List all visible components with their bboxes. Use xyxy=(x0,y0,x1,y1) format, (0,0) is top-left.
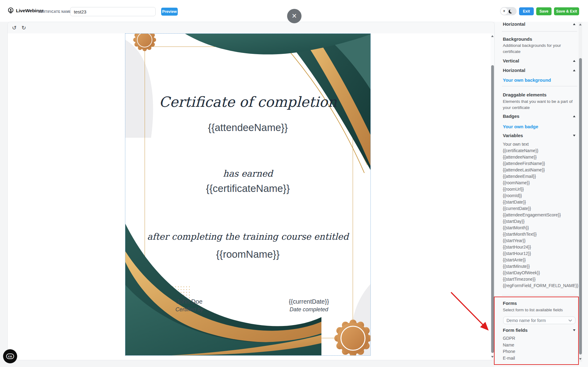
scroll-down-icon[interactable] xyxy=(491,356,494,358)
room-name-placeholder[interactable]: {{roomName}} xyxy=(125,249,370,260)
after-completing-text: after completing the training course ent… xyxy=(125,231,370,242)
variable-item[interactable]: {{startMonth}} xyxy=(503,225,576,231)
theme-toggle[interactable]: ☀ xyxy=(500,7,517,15)
certificate-title: Certificate of completion xyxy=(125,94,370,110)
certificate-preview[interactable]: Certificate of completion {{attendeeName… xyxy=(125,34,370,355)
draggable-elements-description: Elements that you want to be a part of y… xyxy=(503,99,576,110)
draggable-elements-title: Draggable elements xyxy=(503,92,547,97)
variable-item[interactable]: {{regFormField_FORM_FIELD_NAME}} xyxy=(503,283,576,289)
undo-icon[interactable]: ↺ xyxy=(12,25,17,31)
certificate-viewport: Certificate of completion {{attendeeName… xyxy=(8,33,494,360)
your-own-background-link[interactable]: Your own background xyxy=(503,77,551,83)
variable-item[interactable]: {{startTimezone}} xyxy=(503,276,576,283)
section-label: Variables xyxy=(503,133,523,138)
variable-item[interactable]: {{startMinute}} xyxy=(503,263,576,270)
expand-arrow-icon[interactable] xyxy=(573,135,575,137)
redo-icon[interactable]: ↻ xyxy=(21,25,26,31)
variable-item[interactable]: {{startDayOfWeek}} xyxy=(503,270,576,276)
date-completed-block: {{currentDate}} Date completed xyxy=(275,298,343,313)
attendee-name-placeholder[interactable]: {{attendeeName}} xyxy=(125,122,370,133)
sidebar-scrollbar[interactable] xyxy=(579,22,582,362)
variable-item[interactable]: {{currentDate}} xyxy=(503,205,576,212)
backgrounds-description: Additional backgrounds for your certific… xyxy=(503,43,576,54)
divider xyxy=(502,295,577,295)
section-horizontal[interactable]: Horizontal xyxy=(503,68,575,73)
current-date-placeholder[interactable]: {{currentDate}} xyxy=(275,298,343,305)
chat-widget-logo: co xyxy=(6,354,14,359)
section-badges[interactable]: Badges xyxy=(503,114,575,119)
collapse-arrow-icon[interactable] xyxy=(573,60,575,62)
section-variables[interactable]: Variables xyxy=(503,133,575,138)
divider xyxy=(502,86,577,86)
variable-item[interactable]: {{startAnte}} xyxy=(503,257,576,263)
section-label: Vertical xyxy=(503,58,519,63)
section-label: Horizontal xyxy=(503,21,525,27)
variable-item[interactable]: {{startHour24}} xyxy=(503,244,576,250)
light-mode-icon[interactable]: ☀ xyxy=(501,8,508,15)
sidebar-scrollbar-thumb[interactable] xyxy=(579,58,582,354)
variable-item[interactable]: {{startYear}} xyxy=(503,238,576,244)
backgrounds-header: Backgrounds xyxy=(503,36,575,42)
annotation-arrow xyxy=(447,289,493,335)
variable-item[interactable]: {{attendeeLastName}} xyxy=(503,167,576,173)
variable-item[interactable]: {{attendeeName}} xyxy=(503,154,576,160)
close-button[interactable]: × xyxy=(287,9,302,23)
scroll-up-icon[interactable] xyxy=(491,35,494,37)
gold-rosette-badge-top-left xyxy=(133,34,156,51)
editor-canvas-panel: ↺ ↻ xyxy=(7,22,495,360)
date-completed-label: Date completed xyxy=(275,306,343,313)
save-button[interactable]: Save xyxy=(536,7,552,15)
canvas-toolbar: ↺ ↻ xyxy=(8,22,494,33)
variables-list: Your own text{{certificateName}}{{attend… xyxy=(503,141,576,289)
close-icon: × xyxy=(292,12,297,20)
collapse-arrow-icon[interactable] xyxy=(573,23,575,25)
certificate-name-label: CERTIFICATE NAME xyxy=(38,10,71,13)
variable-item[interactable]: {{startDate}} xyxy=(503,199,576,205)
variable-item[interactable]: {{attendeeFirstName}} xyxy=(503,160,576,167)
certificate-name-placeholder[interactable]: {{certificateName}} xyxy=(125,183,370,194)
variable-item[interactable]: {{attendeeEmail}} xyxy=(503,173,576,180)
variable-item[interactable]: {{startHour12}} xyxy=(503,250,576,257)
variable-item[interactable]: {{roomId}} xyxy=(503,193,576,199)
certificate-name-input[interactable] xyxy=(70,7,156,16)
variable-item[interactable]: {{certificateName}} xyxy=(503,148,576,154)
variable-item[interactable]: {{roomUrl}} xyxy=(503,186,576,193)
certified-by-name[interactable]: John Doe xyxy=(156,298,223,305)
variable-item[interactable]: {{roomName}} xyxy=(503,180,576,186)
variable-item[interactable]: Your own text xyxy=(503,141,576,148)
dark-mode-icon[interactable] xyxy=(510,9,514,13)
section-label: Horizontal xyxy=(503,68,525,73)
variable-item[interactable]: {{startDay}} xyxy=(503,218,576,225)
variable-item[interactable]: {{startMonthText}} xyxy=(503,231,576,238)
scroll-up-icon[interactable] xyxy=(579,24,582,25)
annotation-rectangle xyxy=(494,297,579,365)
has-earned-text: has earned xyxy=(125,168,370,179)
save-and-exit-button[interactable]: Save & Exit xyxy=(554,7,579,15)
certified-by-block: John Doe Certified by xyxy=(156,298,223,313)
variable-item[interactable]: {{attendeeEngagementScore}} xyxy=(503,212,576,218)
certified-by-label: Certified by xyxy=(156,306,223,313)
scroll-down-icon[interactable] xyxy=(579,358,582,360)
divider xyxy=(502,31,577,32)
livewebinar-logo-icon xyxy=(7,7,14,14)
your-own-badge-link[interactable]: Your own badge xyxy=(503,124,538,129)
collapse-arrow-icon[interactable] xyxy=(573,69,575,71)
backgrounds-title: Backgrounds xyxy=(503,36,532,42)
preview-button[interactable]: Preview xyxy=(161,8,178,16)
section-label: Badges xyxy=(503,114,519,119)
exit-button[interactable]: Exit xyxy=(519,7,534,15)
collapse-arrow-icon[interactable] xyxy=(573,115,575,117)
gold-rosette-badge-bottom-right xyxy=(334,319,370,355)
draggable-elements-header: Draggable elements xyxy=(503,92,575,97)
chat-widget-button[interactable]: co xyxy=(3,349,17,363)
section-vertical[interactable]: Vertical xyxy=(503,58,575,63)
section-horizontal-top[interactable]: Horizontal xyxy=(503,21,575,27)
